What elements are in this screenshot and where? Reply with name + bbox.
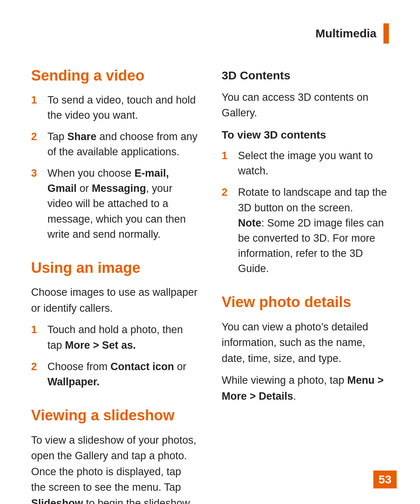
bold-text: Wallpaper. [47,376,100,388]
list-content: Choose from Contact icon or Wallpaper. [47,359,198,390]
list-content: Select the image you want to watch. [238,148,389,179]
3d-contents-heading: 3D Contents [222,67,389,84]
list-number: 3 [31,166,45,181]
bold-text: Contact icon [110,361,174,372]
viewing-a-slideshow-heading: Viewing a slideshow [31,407,198,425]
list-item: 2 Tap Share and choose from any of the a… [31,129,198,160]
header-bar-decoration [383,23,389,44]
section-viewing-a-slideshow: Viewing a slideshow To view a slideshow … [31,407,198,504]
list-number: 1 [222,148,236,163]
bold-text: Slideshow [31,497,83,504]
sending-a-video-heading: Sending a video [31,67,198,85]
list-number: 2 [31,359,45,374]
view-photo-details-heading: View photo details [222,293,389,311]
header-title: Multimedia [315,25,376,42]
bold-text: More > Set as. [65,339,136,351]
3d-contents-intro: You can access 3D contents on Gallery. [222,90,389,121]
viewing-a-slideshow-text: To view a slideshow of your photos, open… [31,432,198,504]
list-item: 3 When you choose E-mail, Gmail or Messa… [31,166,198,242]
page-number: 53 [373,471,397,488]
view-photo-details-para2: While viewing a photo, tap Menu > More >… [222,372,389,404]
list-number: 1 [31,93,45,108]
list-item: 1 Select the image you want to watch. [222,148,389,179]
section-view-photo-details: View photo details You can view a photo’… [222,293,389,404]
list-item: 2 Rotate to landscape and tap the 3D but… [222,185,389,276]
bold-text: Messaging [92,183,146,194]
section-sending-a-video: Sending a video 1 To send a video, touch… [31,67,198,242]
column-left: Sending a video 1 To send a video, touch… [31,67,198,504]
content-columns: Sending a video 1 To send a video, touch… [31,67,389,504]
list-content: When you choose E-mail, Gmail or Messagi… [47,166,198,242]
list-item: 2 Choose from Contact icon or Wallpaper. [31,359,198,390]
list-content: Tap Share and choose from any of the ava… [47,129,198,160]
using-an-image-intro: Choose images to use as wallpaper or ide… [31,284,198,316]
using-an-image-heading: Using an image [31,259,198,277]
view-photo-details-para1: You can view a photo’s detailed informat… [222,319,389,367]
page-header: Multimedia [31,23,389,44]
3d-contents-subheading: To view 3D contents [222,127,389,143]
list-number: 2 [31,129,45,144]
note-label: Note [238,217,261,229]
list-content: Rotate to landscape and tap the 3D butto… [238,185,389,276]
list-number: 2 [222,185,236,200]
bold-text: Menu > More > Details [222,374,383,402]
list-number: 1 [31,322,45,337]
sending-a-video-list: 1 To send a video, touch and hold the vi… [31,93,198,242]
list-content: Touch and hold a photo, then tap More > … [47,322,198,353]
page-number-container: 53 [373,471,397,488]
page-container: Multimedia Sending a video 1 To send a v… [0,0,420,504]
section-using-an-image: Using an image Choose images to use as w… [31,259,198,390]
bold-text: Share [67,131,96,142]
column-right: 3D Contents You can access 3D contents o… [222,67,389,504]
list-item: 1 Touch and hold a photo, then tap More … [31,322,198,353]
list-item: 1 To send a video, touch and hold the vi… [31,93,198,123]
using-an-image-list: 1 Touch and hold a photo, then tap More … [31,322,198,390]
list-content: To send a video, touch and hold the vide… [47,93,198,123]
section-3d-contents: 3D Contents You can access 3D contents o… [222,67,389,276]
3d-contents-list: 1 Select the image you want to watch. 2 … [222,148,389,276]
